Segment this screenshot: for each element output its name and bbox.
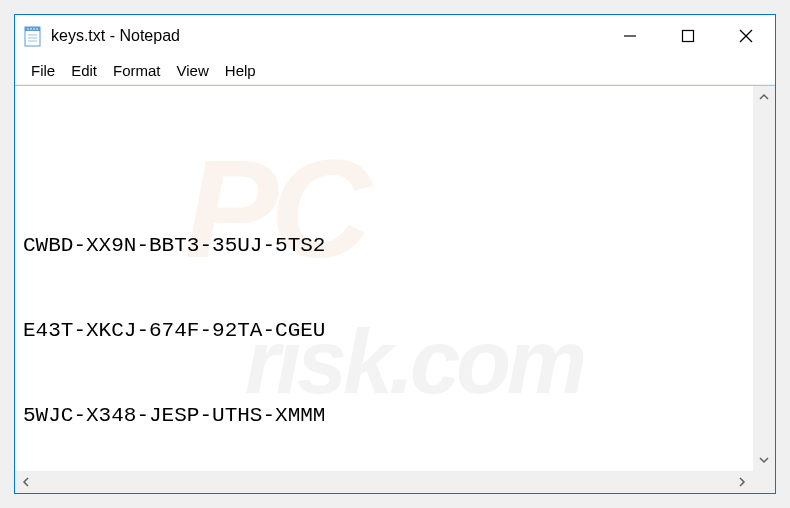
scroll-right-arrow-icon[interactable] bbox=[731, 471, 753, 493]
menu-edit[interactable]: Edit bbox=[63, 59, 105, 82]
menu-view[interactable]: View bbox=[169, 59, 217, 82]
window-title: keys.txt - Notepad bbox=[51, 27, 601, 45]
svg-point-3 bbox=[30, 28, 32, 30]
text-editor[interactable]: PC risk.com CWBD-XX9N-BBT3-35UJ-5TS2 E43… bbox=[15, 86, 753, 471]
window-controls bbox=[601, 15, 775, 57]
scroll-up-arrow-icon[interactable] bbox=[753, 86, 775, 108]
text-line: 5WJC-X348-JESP-UTHS-XMMM bbox=[23, 402, 745, 430]
notepad-app-icon bbox=[23, 24, 43, 48]
close-button[interactable] bbox=[717, 15, 775, 57]
svg-rect-10 bbox=[683, 31, 694, 42]
text-line: E43T-XKCJ-674F-92TA-CGEU bbox=[23, 317, 745, 345]
menu-file[interactable]: File bbox=[23, 59, 63, 82]
vertical-scroll-track[interactable] bbox=[753, 108, 775, 449]
menubar: File Edit Format View Help bbox=[15, 57, 775, 85]
content-area: PC risk.com CWBD-XX9N-BBT3-35UJ-5TS2 E43… bbox=[15, 86, 775, 471]
bottom-scroll-row bbox=[15, 471, 775, 493]
svg-point-4 bbox=[33, 28, 35, 30]
maximize-button[interactable] bbox=[659, 15, 717, 57]
menu-format[interactable]: Format bbox=[105, 59, 169, 82]
scroll-down-arrow-icon[interactable] bbox=[753, 449, 775, 471]
titlebar: keys.txt - Notepad bbox=[15, 15, 775, 57]
text-lines: CWBD-XX9N-BBT3-35UJ-5TS2 E43T-XKCJ-674F-… bbox=[23, 175, 745, 471]
minimize-button[interactable] bbox=[601, 15, 659, 57]
svg-point-2 bbox=[27, 28, 29, 30]
scroll-corner bbox=[753, 471, 775, 493]
text-line: CWBD-XX9N-BBT3-35UJ-5TS2 bbox=[23, 232, 745, 260]
scroll-left-arrow-icon[interactable] bbox=[15, 471, 37, 493]
svg-point-5 bbox=[36, 28, 38, 30]
vertical-scrollbar[interactable] bbox=[753, 86, 775, 471]
notepad-window: keys.txt - Notepad File Edit Format View… bbox=[14, 14, 776, 494]
horizontal-scroll-track[interactable] bbox=[37, 471, 731, 493]
menu-help[interactable]: Help bbox=[217, 59, 264, 82]
